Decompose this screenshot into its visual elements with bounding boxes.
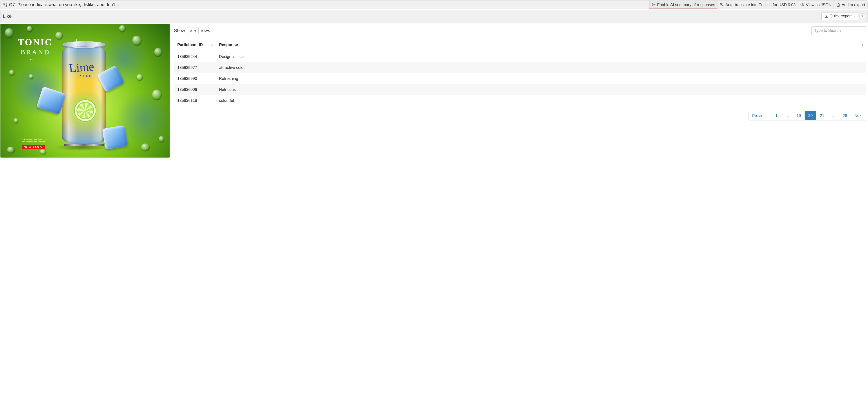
water-drop-icon: [40, 149, 46, 155]
cell-participant-id: 135636006: [174, 84, 216, 95]
responses-panel: Show 5 ▲▼ rows Participant ID ▲▼: [174, 24, 868, 121]
pagination-page[interactable]: 21: [816, 111, 828, 120]
download-icon: [824, 14, 828, 18]
translate-icon: A文: [720, 3, 724, 7]
help-button[interactable]: ?: [860, 13, 865, 19]
can-bottom-rim: [64, 144, 104, 146]
file-export-icon: [836, 3, 840, 7]
water-drop-icon: [159, 136, 164, 142]
question-title[interactable]: Q7: Please indicate what do you like, di…: [1, 1, 649, 9]
water-drop-icon: [119, 25, 126, 32]
sparkle-icon: [72, 39, 80, 46]
svg-point-0: [4, 3, 5, 4]
ice-cube-icon: [102, 125, 128, 150]
pagination-page[interactable]: 26: [839, 111, 850, 120]
header-pid-label: Participant ID: [177, 42, 203, 47]
subheader-bar: Like Quick export ?: [0, 10, 868, 23]
water-drop-icon: [27, 26, 32, 32]
thermometer-gear-icon: [3, 2, 8, 7]
cell-response: attractive colour: [216, 62, 866, 73]
add-to-export-label: Add to export: [842, 3, 865, 7]
code-icon: [800, 3, 805, 7]
water-drop-icon: [132, 36, 142, 46]
swirl-icon: 〰: [29, 57, 33, 62]
table-row[interactable]: 135635990Refreshing: [174, 73, 866, 84]
table-controls: Show 5 ▲▼ rows: [174, 26, 866, 35]
stimulus-image: TONIC BRAND 〰 Lime DRINK Extra super cle…: [0, 24, 169, 158]
table-row[interactable]: 135636118colourful: [174, 95, 866, 106]
sort-icon: ▲▼: [861, 43, 863, 46]
sort-icon: ▲▼: [211, 43, 213, 46]
page-size-spinner[interactable]: 5 ▲▼: [187, 27, 198, 34]
pagination: Previous1…192021…26Next: [174, 111, 866, 121]
stimulus-tonic-text: TONIC: [18, 37, 53, 47]
can-label-drink: DRINK: [79, 74, 92, 77]
water-drop-icon: [9, 70, 14, 75]
pagination-page[interactable]: 1: [771, 111, 782, 120]
pagination-ellipsis: …: [828, 111, 839, 120]
search-input[interactable]: [811, 26, 866, 35]
water-drop-icon: [29, 74, 33, 79]
enable-ai-summary-button[interactable]: Enable AI summary of responses: [649, 1, 717, 9]
cell-response: Design is nice: [216, 51, 866, 62]
pagination-ellipsis: …: [782, 111, 793, 120]
spinner-arrows-icon: ▲▼: [194, 29, 196, 32]
cell-participant-id: 135635977: [174, 62, 216, 73]
water-drop-icon: [154, 48, 162, 57]
water-drop-icon: [152, 90, 162, 100]
ice-cube-icon: [36, 86, 66, 114]
column-header-participant-id[interactable]: Participant ID ▲▼: [174, 39, 216, 51]
page-size-value: 5: [190, 28, 192, 33]
column-header-response[interactable]: Response ▲▼: [216, 39, 866, 51]
rows-label: rows: [201, 28, 210, 33]
can-label-lime: Lime: [68, 60, 94, 75]
fine-print-line2: with minerals and vitamins: [22, 141, 45, 143]
water-drop-icon: [137, 74, 143, 81]
lime-slice-icon: [75, 100, 96, 121]
table-row[interactable]: 135636006Nutritious: [174, 84, 866, 95]
cell-response: colourful: [216, 95, 866, 106]
svg-rect-1: [6, 3, 7, 5]
stimulus-brand-text: BRAND: [21, 48, 50, 56]
can-rim: [64, 46, 104, 47]
subheader-actions: Quick export ?: [822, 12, 865, 20]
auto-translate-label: Auto-translate into English for USD 0.03: [725, 3, 796, 7]
table-row[interactable]: 135635244Design is nice: [174, 51, 866, 62]
cell-participant-id: 135635990: [174, 73, 216, 84]
pagination-next[interactable]: Next: [850, 111, 866, 120]
add-to-export-button[interactable]: Add to export: [834, 1, 867, 9]
table-row[interactable]: 135635977attractive colour: [174, 62, 866, 73]
pagination-page[interactable]: 19: [793, 111, 805, 120]
cell-participant-id: 135635244: [174, 51, 216, 62]
view-as-json-button[interactable]: View as JSON: [798, 1, 834, 9]
responses-table: Participant ID ▲▼ Response ▲▼ 135635244D…: [174, 39, 866, 106]
header-response-label: Response: [219, 42, 238, 47]
subheader-title: Like: [3, 13, 12, 19]
svg-point-2: [6, 5, 7, 7]
cell-response: Refreshing: [216, 73, 866, 84]
auto-translate-button[interactable]: A文 Auto-translate into English for USD 0…: [717, 1, 798, 9]
svg-text:A: A: [720, 3, 721, 5]
water-drop-icon: [5, 28, 13, 38]
question-code: Q7:: [9, 2, 16, 7]
enable-ai-summary-label: Enable AI summary of responses: [657, 3, 715, 7]
quick-export-label: Quick export: [830, 14, 852, 19]
fine-print-line1: Extra super clean water: [22, 138, 45, 141]
pagination-previous[interactable]: Previous: [749, 111, 771, 120]
sparkle-ai-icon: [651, 3, 656, 7]
new-taste-badge: NEW TASTE: [22, 145, 45, 149]
water-drop-icon: [13, 118, 19, 123]
pagination-marker: [826, 110, 836, 110]
stimulus-fine-print: Extra super clean water with minerals an…: [22, 138, 45, 143]
page-size-control: Show 5 ▲▼ rows: [174, 27, 210, 34]
cell-response: Nutritious: [216, 84, 866, 95]
water-drop-icon: [141, 143, 150, 151]
caret-down-icon: [853, 15, 855, 17]
cell-participant-id: 135636118: [174, 95, 216, 106]
quick-export-button[interactable]: Quick export: [822, 12, 858, 20]
view-as-json-label: View as JSON: [806, 3, 831, 7]
content-area: TONIC BRAND 〰 Lime DRINK Extra super cle…: [0, 23, 868, 158]
question-text: Please indicate what do you like, dislik…: [18, 2, 647, 7]
pagination-page-active[interactable]: 20: [805, 111, 816, 120]
svg-text:文: 文: [722, 5, 723, 6]
